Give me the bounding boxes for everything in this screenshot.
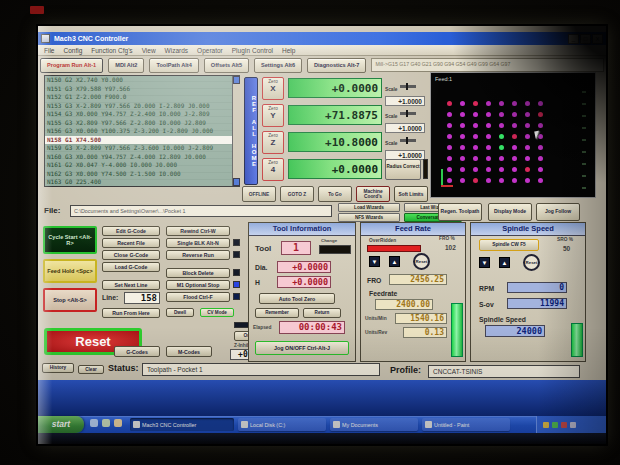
tab-offsets[interactable]: Offsets Alt5 [204,58,249,73]
spindle-lower-button[interactable]: ▼ [479,257,490,268]
feed-reset-button[interactable]: Reset [413,253,430,270]
nfs-wizards-button[interactable]: NFS Wizards [338,213,400,222]
minimize-button[interactable]: _ [568,34,579,44]
jog-on-off-button[interactable]: Jog ON/OFF Ctrl-Alt-J [255,341,349,355]
m1-optional-stop-button[interactable]: M1 Optional Stop [166,280,230,290]
menu-operator[interactable]: Operator [197,47,223,54]
zero-y-button[interactable]: Zero Y [262,104,284,127]
feed-hold-button[interactable]: Feed Hold <Spc> [43,259,97,283]
gcode-line[interactable]: N161 G2 X0.047 Y-4.000 I0.000 J0.000 [45,161,239,170]
gcode-line[interactable]: N155 G3 X2.809 Y97.566 Z-2.800 I0.000 J2… [45,119,239,128]
regen-toolpath-button[interactable]: Regen. Toolpath [438,203,482,221]
tray-icon-2[interactable] [552,422,558,428]
gcode-window[interactable]: N150 G2 X2.740 Y0.000N151 G3 X79.588 Y97… [44,75,240,187]
dia-value[interactable]: +0.0000 [277,261,331,273]
start-button[interactable]: start [38,416,84,433]
gcodes-button[interactable]: G-Codes [114,346,160,357]
sov-value[interactable]: 11994 [507,298,567,309]
machine-coords-button[interactable]: Machine Coord's [356,186,390,202]
tab-mdi[interactable]: MDI Alt2 [108,58,144,73]
tray-icon-3[interactable] [561,422,567,428]
toolpath-display[interactable]: Feed:1 [430,72,596,198]
file-path-box[interactable]: C:\Documents and Settings\Owner\...\Pock… [70,205,332,217]
ref-all-home-button[interactable]: REF ALL HOME [244,77,258,185]
block-delete-button[interactable]: Block Delete [166,268,230,278]
zero-4-button[interactable]: Zero 4 [262,158,284,181]
close-gcode-button[interactable]: Close G-Code [102,250,160,260]
reverse-run-button[interactable]: Reverse Run [166,250,230,260]
single-blk-button[interactable]: Single BLK Alt-N [166,238,230,248]
display-mode-button[interactable]: Display Mode [488,203,532,221]
scroll-up-icon[interactable] [233,76,240,84]
maximize-button[interactable]: □ [580,34,591,44]
goto-z-button[interactable]: GOTO Z [280,186,314,202]
dro-y[interactable]: +71.8875 [288,105,382,125]
gcode-line[interactable]: N150 G2 X2.740 Y0.000 [45,76,239,85]
cycle-start-button[interactable]: Cycle Start <Alt-R> [43,226,97,254]
gcode-line[interactable]: N151 G3 X79.588 Y97.566 [45,85,239,94]
line-number[interactable]: 158 [124,292,160,304]
menu-function-cfgs[interactable]: Function Cfg's [91,47,132,54]
spindle-speed-value[interactable]: 24000 [485,325,545,337]
run-from-here-button[interactable]: Run From Here [102,308,160,318]
load-gcode-button[interactable]: Load G-Code [102,262,160,272]
rewind-button[interactable]: Rewind Ctrl-W [166,226,230,236]
scroll-down-icon[interactable] [233,178,240,186]
tray-icon-1[interactable] [543,422,549,428]
menu-help[interactable]: Help [282,47,295,54]
auto-tool-zero-button[interactable]: Auto Tool Zero [259,293,335,304]
tray-icon-4[interactable] [570,422,576,428]
menu-plugin-control[interactable]: PlugIn Control [232,47,273,54]
feed-lower-button[interactable]: ▼ [369,256,380,267]
menu-wizards[interactable]: Wizards [165,47,188,54]
recent-file-button[interactable]: Recent File [102,238,160,248]
scale-slider[interactable] [400,112,416,115]
radius-correct-button[interactable]: Radius Correct [385,159,421,180]
gcode-line[interactable]: N152 G1 Z-2.000 F900.0 [45,93,239,102]
taskbar-task-4[interactable]: Untitled - Paint [422,418,510,431]
tab-toolpath[interactable]: ToolPath Alt4 [149,58,198,73]
gcode-line[interactable]: N158 G1 X74.500 [45,136,239,145]
fro-value[interactable]: 2456.25 [389,274,447,285]
gcode-line[interactable]: N159 G3 X-2.809 Y97.566 Z-3.600 I0.000 J… [45,144,239,153]
spindle-override-slider[interactable] [571,323,583,357]
to-go-button[interactable]: To Go [318,186,352,202]
zero-z-button[interactable]: Zero Z [262,131,284,154]
load-wizards-button[interactable]: Load Wizards [338,203,400,212]
taskbar-task-2[interactable]: Local Disk (C:) [238,418,326,431]
mcodes-button[interactable]: M-Codes [166,346,212,357]
gcode-line[interactable]: N162 G3 X0.000 Y74.500 Z-1.500 I0.000 [45,170,239,179]
jog-follow-button[interactable]: Jog Follow [536,203,580,221]
history-button[interactable]: History [42,363,74,373]
gcode-line[interactable]: N160 G3 X0.000 Y94.757 Z-4.000 I2.809 J0… [45,153,239,162]
gcode-line[interactable]: N156 G3 X0.000 Y100.375 Z-3.200 I-2.809 … [45,127,239,136]
taskbar-task-mach3[interactable]: Mach3 CNC Controller [130,418,234,431]
scale-slider[interactable] [400,85,416,88]
spindle-cw-button[interactable]: Spindle CW F5 [479,239,539,251]
soft-limits-button[interactable]: Soft Limits [394,186,428,202]
offline-button[interactable]: OFFLINE [242,186,276,202]
dro-z[interactable]: +10.8000 [288,132,382,152]
taskbar-task-3[interactable]: My Documents [330,418,418,431]
feedrate-value[interactable]: 2400.00 [375,299,433,310]
spindle-raise-button[interactable]: ▲ [499,257,510,268]
return-button[interactable]: Return [303,308,341,318]
tab-program-run[interactable]: Program Run Alt-1 [40,58,103,73]
clear-button[interactable]: Clear [78,365,104,374]
set-next-line-button[interactable]: Set Next Line [102,280,160,290]
zero-x-button[interactable]: Zero X [262,77,284,100]
tab-diagnostics[interactable]: Diagnostics Alt-7 [307,58,366,73]
menu-file[interactable]: File [44,47,54,54]
scale-slider[interactable] [400,139,416,142]
edit-gcode-button[interactable]: Edit G-Code [102,226,160,236]
flood-button[interactable]: Flood Ctrl-F [166,292,230,302]
gcode-line[interactable]: N163 G0 Z25.400 [45,178,239,187]
quick-launch-media-icon[interactable] [114,419,122,427]
menu-config[interactable]: Config [63,47,82,54]
dro-x[interactable]: +0.0000 [288,78,382,98]
remember-button[interactable]: Remember [255,308,299,318]
quick-launch-desktop-icon[interactable] [102,419,110,427]
feed-override-slider[interactable] [451,303,463,357]
close-button[interactable]: X [592,34,603,44]
feed-raise-button[interactable]: ▲ [389,256,400,267]
